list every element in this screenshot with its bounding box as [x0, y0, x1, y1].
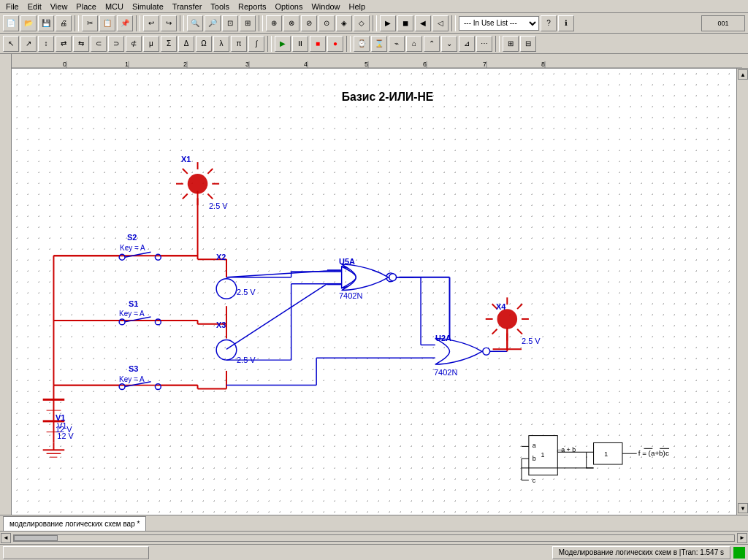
undo-button[interactable]: ↩: [143, 15, 159, 31]
tb-btn-k[interactable]: ?: [541, 15, 557, 31]
status-indicator: [733, 547, 745, 559]
tb-btn-c[interactable]: ⊘: [301, 15, 317, 31]
in-use-list-dropdown[interactable]: --- In Use List ---: [459, 16, 539, 31]
record-button[interactable]: ●: [327, 36, 343, 52]
scroll-up-button[interactable]: ▲: [738, 69, 748, 80]
menu-options[interactable]: Options: [271, 1, 308, 12]
stop-button[interactable]: ■: [310, 36, 326, 52]
circuit-canvas[interactable]: Базис 2-ИЛИ-НЕ V1 12 V: [12, 69, 736, 515]
open-button[interactable]: 📂: [20, 15, 37, 31]
tb2-btn-r[interactable]: ⌂: [406, 36, 422, 52]
vertical-scrollbar[interactable]: ▲ ▼: [736, 69, 748, 515]
menu-reports[interactable]: Reports: [234, 1, 271, 12]
tb2-btn-k[interactable]: Ω: [196, 36, 212, 52]
s3-label: S3: [129, 364, 138, 373]
s2-label: S2: [127, 233, 137, 242]
separator3: [180, 15, 184, 31]
tb-btn-b[interactable]: ⊗: [283, 15, 299, 31]
menu-mcu[interactable]: MCU: [101, 1, 128, 12]
tb2-btn-q[interactable]: ⌁: [389, 36, 405, 52]
tb2-btn-f[interactable]: ⊃: [108, 36, 124, 52]
menu-transfer[interactable]: Transfer: [168, 1, 207, 12]
tb-btn-a[interactable]: ⊕: [266, 15, 282, 31]
select-tool[interactable]: ↖: [3, 36, 19, 52]
tb2-btn-l[interactable]: λ: [213, 36, 229, 52]
save-button[interactable]: 💾: [38, 15, 54, 31]
tb2-btn-x[interactable]: ⊟: [520, 36, 536, 52]
tb-btn-g[interactable]: ▶: [380, 15, 396, 31]
zoom-out-button[interactable]: 🔎: [205, 15, 221, 31]
version-box: 001: [701, 15, 745, 31]
x3-voltage: 2.5 V: [237, 356, 256, 364]
tb2-btn-s[interactable]: ⌃: [424, 36, 440, 52]
separator5: [373, 15, 377, 31]
tb2-btn-n[interactable]: ∫: [248, 36, 264, 52]
scroll-left-button[interactable]: ◄: [1, 533, 11, 543]
toolbar2: ↖ ↗ ↕ ⇄ ⇆ ⊂ ⊃ ⊄ μ Σ Δ Ω λ π ∫ ▶ ⏸ ■ ● ⌚ …: [0, 34, 748, 54]
tb-btn-e[interactable]: ◈: [336, 15, 352, 31]
zoom-area-button[interactable]: ⊞: [240, 15, 256, 31]
menu-file[interactable]: File: [1, 1, 23, 12]
toolbar1: 📄 📂 💾 🖨 ✂ 📋 📌 ↩ ↪ 🔍 🔎 ⊡ ⊞ ⊕ ⊗ ⊘ ⊙ ◈ ◇ ▶ …: [0, 13, 748, 34]
tb2-btn-h[interactable]: μ: [143, 36, 159, 52]
menu-view[interactable]: View: [46, 1, 72, 12]
tb2-btn-w[interactable]: ⊞: [503, 36, 519, 52]
new-button[interactable]: 📄: [3, 15, 19, 31]
menu-help[interactable]: Help: [345, 1, 370, 12]
run-button[interactable]: ▶: [275, 36, 291, 52]
tb2-btn-i[interactable]: Σ: [161, 36, 177, 52]
tb2-btn-o[interactable]: ⌚: [354, 36, 370, 52]
u5a-part: 7402N: [339, 291, 362, 300]
u5a-label: U5A: [339, 257, 355, 266]
tb2-btn-b[interactable]: ↕: [38, 36, 54, 52]
u2a-label: U2A: [435, 334, 451, 342]
redo-button[interactable]: ↪: [161, 15, 177, 31]
tb2-btn-p[interactable]: ⌛: [371, 36, 387, 52]
svg-text:b: b: [533, 455, 536, 462]
tb2-btn-u[interactable]: ⊿: [459, 36, 475, 52]
svg-point-53: [188, 174, 208, 194]
cut-button[interactable]: ✂: [82, 15, 98, 31]
tb-btn-d[interactable]: ⊙: [318, 15, 335, 31]
left-sidebar: [0, 54, 12, 515]
horizontal-scrollbar-thumb[interactable]: [14, 535, 58, 541]
x2-voltage: 2.5 V: [237, 288, 256, 296]
menu-simulate[interactable]: Simulate: [128, 1, 168, 12]
svg-line-74: [517, 304, 522, 309]
tb2-btn-d[interactable]: ⇆: [73, 36, 89, 52]
tb2-btn-e[interactable]: ⊂: [91, 36, 107, 52]
tb2-btn-t[interactable]: ⌄: [441, 36, 457, 52]
pause-button[interactable]: ⏸: [292, 36, 308, 52]
tb2-btn-v[interactable]: ⋯: [476, 36, 492, 52]
ruler-top: 0 1 2 3 4 5 6 7 8: [12, 54, 748, 69]
x4-label: X4: [496, 302, 505, 311]
copy-button[interactable]: 📋: [99, 15, 115, 31]
menu-edit[interactable]: Edit: [23, 1, 46, 12]
horizontal-scrollbar[interactable]: ◄ ►: [0, 531, 748, 544]
print-button[interactable]: 🖨: [56, 15, 72, 31]
menu-tools[interactable]: Tools: [206, 1, 234, 12]
tb2-btn-m[interactable]: π: [231, 36, 247, 52]
zoom-fit-button[interactable]: ⊡: [222, 15, 238, 31]
menu-window[interactable]: Window: [307, 1, 344, 12]
paste-button[interactable]: 📌: [117, 15, 133, 31]
tb2-btn-g[interactable]: ⊄: [126, 36, 142, 52]
svg-line-61: [183, 193, 188, 199]
tb-btn-i[interactable]: ◀: [415, 15, 431, 31]
svg-point-63: [216, 279, 237, 299]
tab-main[interactable]: моделирование логических схем вар *: [3, 516, 146, 531]
status-right: Моделирование логических схем в |Tran: 1…: [552, 546, 730, 559]
scroll-right-button[interactable]: ►: [737, 533, 747, 543]
horizontal-scrollbar-track[interactable]: [13, 534, 735, 542]
u2a-part: 7402N: [434, 368, 457, 377]
tb-btn-l[interactable]: ℹ: [558, 15, 574, 31]
tb-btn-j[interactable]: ◁: [432, 15, 449, 31]
tb-btn-h[interactable]: ◼: [397, 15, 413, 31]
tb2-btn-j[interactable]: Δ: [178, 36, 194, 52]
zoom-in-button[interactable]: 🔍: [187, 15, 203, 31]
scroll-down-button[interactable]: ▼: [738, 503, 748, 513]
menu-place[interactable]: Place: [72, 1, 101, 12]
tb2-btn-a[interactable]: ↗: [20, 36, 37, 52]
tb2-btn-c[interactable]: ⇄: [56, 36, 72, 52]
tb-btn-f[interactable]: ◇: [354, 15, 370, 31]
